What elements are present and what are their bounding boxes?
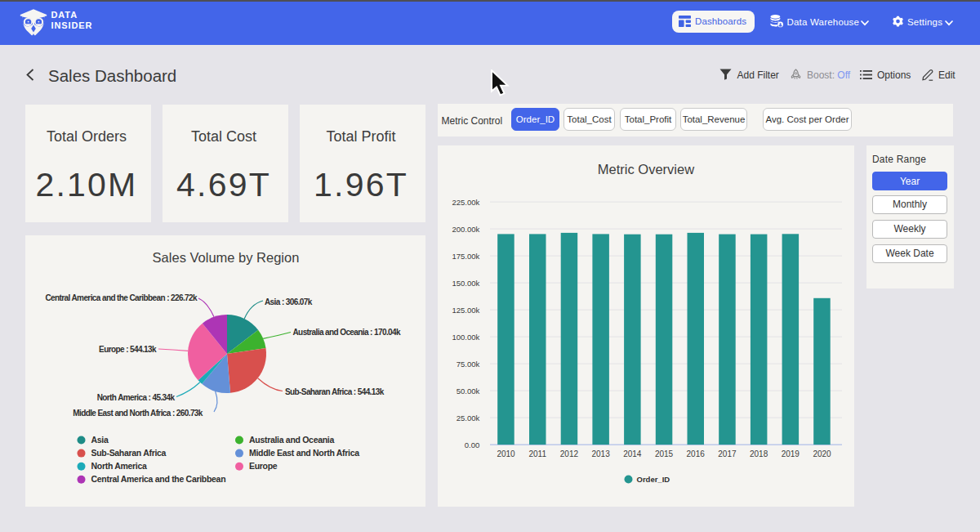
svg-text:Sales Volume by Region: Sales Volume by Region: [153, 250, 300, 265]
svg-text:Sub-Saharan Africa: Sub-Saharan Africa: [91, 448, 167, 458]
svg-text:2019: 2019: [782, 449, 800, 458]
svg-text:2010: 2010: [497, 449, 515, 458]
svg-text:175.00k: 175.00k: [452, 252, 479, 261]
svg-text:Central America and the Caribb: Central America and the Caribbean : 226.…: [45, 293, 198, 302]
svg-text:Middle East and North Africa :: Middle East and North Africa : 260.73k: [73, 409, 203, 418]
svg-text:Central America and the Caribb: Central America and the Caribbean: [91, 474, 226, 484]
svg-text:Europe : 544.13k: Europe : 544.13k: [99, 345, 157, 354]
svg-text:Asia : 306.07k: Asia : 306.07k: [265, 297, 313, 306]
svg-text:Middle East and North Africa: Middle East and North Africa: [249, 448, 359, 458]
svg-text:2011: 2011: [528, 449, 546, 458]
svg-text:2016: 2016: [687, 449, 706, 458]
svg-text:Metric Overview: Metric Overview: [598, 162, 694, 177]
svg-text:125.00k: 125.00k: [452, 306, 479, 315]
svg-text:Order_ID: Order_ID: [637, 475, 670, 484]
svg-text:225.00k: 225.00k: [452, 198, 479, 207]
svg-text:Asia: Asia: [91, 435, 109, 445]
svg-text:North America: North America: [91, 461, 148, 471]
svg-text:100.00k: 100.00k: [452, 333, 479, 342]
svg-text:North America : 45.34k: North America : 45.34k: [97, 393, 176, 402]
svg-text:2020: 2020: [813, 449, 831, 458]
svg-text:2018: 2018: [750, 449, 768, 458]
svg-text:2015: 2015: [655, 449, 674, 458]
svg-text:2013: 2013: [591, 449, 610, 458]
svg-text:Europe: Europe: [249, 461, 278, 471]
svg-text:75.00k: 75.00k: [457, 360, 480, 369]
svg-text:150.00k: 150.00k: [452, 279, 479, 288]
svg-text:Australia and Oceania: Australia and Oceania: [249, 435, 334, 445]
svg-text:50.00k: 50.00k: [457, 387, 480, 396]
svg-text:0.00: 0.00: [465, 440, 480, 449]
svg-text:Sub-Saharan Africa : 544.13k: Sub-Saharan Africa : 544.13k: [285, 387, 385, 396]
svg-text:Australia and Oceania : 170.04: Australia and Oceania : 170.04k: [293, 328, 402, 337]
svg-text:25.00k: 25.00k: [457, 414, 480, 422]
svg-text:2014: 2014: [623, 449, 642, 458]
svg-text:2012: 2012: [560, 449, 579, 458]
svg-text:200.00k: 200.00k: [452, 225, 479, 234]
svg-text:2017: 2017: [718, 449, 737, 458]
